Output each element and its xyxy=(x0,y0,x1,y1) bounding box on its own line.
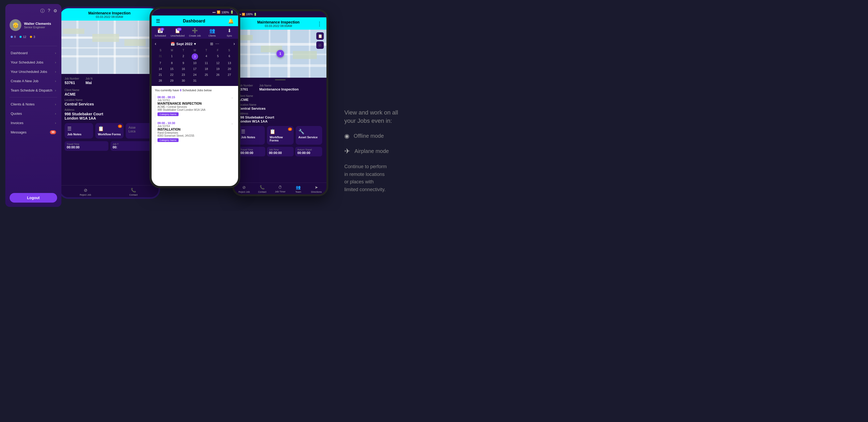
cal-cell[interactable]: 16 xyxy=(178,66,189,71)
cal-cell[interactable]: 23 xyxy=(178,72,189,78)
right-team-btn[interactable]: 👥 Team xyxy=(289,185,308,193)
cal-cell[interactable]: 30 xyxy=(178,78,189,83)
cal-cell[interactable]: 26 xyxy=(213,72,223,78)
schedule-header: You currently have 8 Scheduled Jobs belo… xyxy=(155,89,235,92)
cal-cell[interactable]: 18 xyxy=(201,66,212,71)
right-contact-btn[interactable]: 📞 Contact xyxy=(253,185,272,193)
settings-icon[interactable]: ⚙ xyxy=(53,8,57,14)
info-icon[interactable]: ⓘ xyxy=(40,8,44,14)
sidebar-item-scheduled-jobs[interactable]: Your Scheduled Jobs › xyxy=(10,58,57,67)
sidebar-item-invoices[interactable]: Invoices › xyxy=(10,118,57,128)
cal-grid-icon[interactable]: ⊞ xyxy=(210,42,213,46)
right-job-timer-btn[interactable]: ⏱ Job Timer xyxy=(271,185,289,193)
cal-cell[interactable]: 24 xyxy=(189,72,200,78)
cal-next[interactable]: › xyxy=(234,41,235,46)
sidebar-item-team-schedule[interactable]: Team Schedule & Dispatch › xyxy=(10,86,57,95)
cal-cell[interactable]: 22 xyxy=(166,72,177,78)
cal-cell[interactable]: 19 xyxy=(213,66,223,71)
right-card-job-notes[interactable]: ☰ Job Notes xyxy=(238,126,265,145)
right-header-title: Maintenance Inspection xyxy=(257,20,300,24)
cal-cell[interactable]: 29 xyxy=(166,78,177,83)
right-more-button[interactable]: ⋮ xyxy=(317,21,322,27)
cal-cell[interactable]: 4 xyxy=(201,53,212,60)
sidebar-item-dashboard[interactable]: Dashboard › xyxy=(10,48,57,58)
logout-button[interactable]: Logout xyxy=(10,193,57,203)
cal-cell[interactable]: 6 xyxy=(224,53,235,60)
right-address-label: Address xyxy=(238,112,322,115)
cal-cell[interactable]: 31 xyxy=(189,78,200,83)
cal-cell[interactable]: 28 xyxy=(155,78,166,83)
toolbar-unscheduled[interactable]: 📋 12 Unscheduled xyxy=(169,28,186,37)
toolbar-sync[interactable]: ⬇ Sync xyxy=(221,28,238,37)
cal-cell[interactable]: 25 xyxy=(201,72,212,78)
cal-cell[interactable]: 13 xyxy=(224,60,235,66)
svg-rect-7 xyxy=(138,21,139,74)
cal-month-label: Sept 2022 xyxy=(177,42,193,46)
back-card-job-notes[interactable]: ☰ Job Notes xyxy=(65,123,93,139)
right-reject-job-btn[interactable]: ⊘ Reject Job xyxy=(235,185,253,193)
svg-rect-9 xyxy=(92,34,119,42)
back-header-subtitle: 03.03.2022 08:00AM xyxy=(65,15,154,19)
map-icon-btn-2[interactable]: ⊘ xyxy=(316,41,324,49)
cal-cell[interactable]: 21 xyxy=(155,72,166,78)
schedule-address-0: 998 Studebaker Court London W1A 1AA xyxy=(157,109,206,111)
back-card-workflow-forms[interactable]: 📋 Workflow Forms 4 xyxy=(95,123,124,139)
cal-cell[interactable]: 17 xyxy=(189,66,200,71)
cal-cell[interactable]: 12 xyxy=(213,60,223,66)
sidebar-item-create-job[interactable]: Create A New Job › xyxy=(10,76,57,86)
back-job-number-label: Job Number xyxy=(65,77,79,80)
map-icon-btn-1[interactable]: 📋 xyxy=(316,32,324,40)
toolbar-clients[interactable]: 👥 Clients xyxy=(204,28,221,37)
airplane-mode-label: Airplane mode xyxy=(354,148,389,154)
cal-cell[interactable]: 1 xyxy=(166,53,177,60)
cal-cell[interactable]: 9 xyxy=(178,60,189,66)
right-card-asset[interactable]: 🔧 Asset Service xyxy=(296,126,322,145)
right-header: ‹ Maintenance Inspection 03.03.2022 08:0… xyxy=(234,17,327,30)
cal-cell[interactable]: 2 xyxy=(178,53,189,60)
back-contact-btn[interactable]: 📞 Contact xyxy=(110,188,157,196)
back-reject-job-btn[interactable]: ⊘ Reject Job xyxy=(61,188,110,196)
mid-toolbar: 📅 8 Scheduled 📋 12 Unscheduled ➕ Create … xyxy=(152,26,238,39)
contact-icon: 📞 xyxy=(260,185,265,190)
cal-cell[interactable]: 5 xyxy=(213,53,223,60)
phone-right: ▪▪▪ 🛜 100% 🔋 ‹ Maintenance Inspection 03… xyxy=(232,9,328,196)
right-directions-btn[interactable]: ➤ Directions xyxy=(307,185,326,193)
sidebar-item-quotes[interactable]: Quotes › xyxy=(10,109,57,118)
cal-cell[interactable]: 31 xyxy=(155,53,166,60)
toolbar-create-job[interactable]: ➕ Create Job xyxy=(186,28,204,37)
cal-cell[interactable]: 27 xyxy=(224,72,235,78)
right-cards: ☰ Job Notes 📋 Workflow Forms 4 🔧 Asset S… xyxy=(238,126,322,145)
svg-rect-16 xyxy=(269,30,270,78)
right-card-workflow[interactable]: 📋 Workflow Forms 4 xyxy=(267,126,293,145)
right-status-bar: ▪▪▪ 🛜 100% 🔋 xyxy=(234,11,327,17)
cal-cell[interactable]: 20 xyxy=(224,66,235,71)
cal-dropdown-icon[interactable]: ▾ xyxy=(194,42,196,46)
back-job-number: 53761 xyxy=(65,81,79,85)
cal-cell-today[interactable]: 3 xyxy=(192,53,198,60)
cal-cell[interactable]: 14 xyxy=(155,66,166,71)
back-address: 998 Studebaker CourtLondon W1A 1AA xyxy=(65,112,154,120)
dot-blue: 8 xyxy=(11,35,16,38)
schedule-arrow-0: › xyxy=(231,96,233,100)
cal-cell[interactable]: 8 xyxy=(166,60,177,66)
mid-menu-icon[interactable]: ☰ xyxy=(156,18,160,24)
schedule-item-0[interactable]: 08:00 - 08:15 Job 53761 MAINTENANCE INSP… xyxy=(155,94,235,118)
cal-more-icon[interactable]: ⋯ xyxy=(215,42,219,46)
cal-cell[interactable]: 10 xyxy=(189,60,200,66)
schedule-item-1[interactable]: 09:00 - 10:30 Job 53764 INSTALLATION Ran… xyxy=(155,120,235,144)
offline-mode-item: ◉ Offline mode xyxy=(344,133,418,140)
dot-orange: 3 xyxy=(30,35,35,38)
airplane-icon: ✈ xyxy=(344,147,350,155)
cal-prev[interactable]: ‹ xyxy=(155,41,156,46)
sidebar-item-messages[interactable]: Messages 99 xyxy=(10,128,57,137)
back-address-label: Address xyxy=(65,109,154,111)
mid-notification-icon[interactable]: 🔔 xyxy=(228,18,234,24)
cal-cell[interactable]: 11 xyxy=(201,60,212,66)
cal-cell[interactable]: 15 xyxy=(166,66,177,71)
cal-cell[interactable]: 7 xyxy=(155,60,166,66)
help-icon[interactable]: ? xyxy=(48,8,50,14)
sidebar-item-unscheduled-jobs[interactable]: Your Unscheduled Jobs › xyxy=(10,67,57,76)
sidebar-item-clients-notes[interactable]: Clients & Notes › xyxy=(10,99,57,109)
sync-icon: ⬇ xyxy=(227,28,231,34)
toolbar-scheduled[interactable]: 📅 8 Scheduled xyxy=(152,28,169,37)
